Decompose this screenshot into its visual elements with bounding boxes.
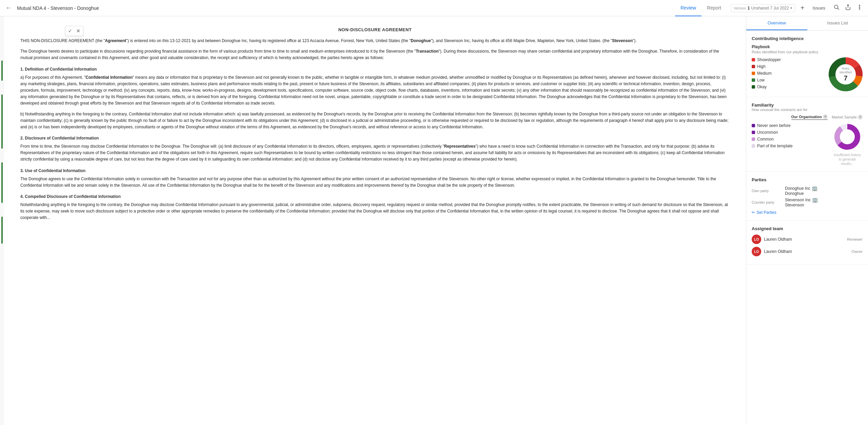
team-member-1-role: Reviewer	[847, 237, 863, 241]
more-options-button[interactable]	[855, 3, 864, 13]
document-title-heading: NON-DISCLOSURE AGREEMENT	[20, 27, 730, 32]
doc-marker-2	[1, 94, 3, 149]
team-member-2-name: Lauren Oldham	[764, 249, 849, 254]
familiarity-tab-org[interactable]: Our Organisation ?	[791, 114, 828, 120]
panel-tabs: Overview Issues List	[746, 16, 868, 31]
playbook-title: Playbook	[752, 44, 863, 49]
common-dot	[752, 137, 755, 141]
confirm-button[interactable]: ✓	[67, 27, 74, 34]
main-area: ✓ ✕ NON-DISCLOSURE AGREEMENT THIS NON-DI…	[0, 16, 868, 425]
doc-marker-3	[1, 162, 3, 203]
neverseen-dot	[752, 124, 755, 127]
tab-issues-list[interactable]: Issues List	[807, 16, 868, 30]
counter-party-label: Counter party	[752, 200, 782, 204]
section4-heading: 4. Compelled Disclosure of Confidential …	[20, 194, 730, 199]
section1-heading: 1. Definition of Confidential Informatio…	[20, 67, 730, 72]
version-number: 1	[748, 6, 750, 11]
template-dot	[752, 144, 755, 148]
chevron-down-icon: ▾	[790, 6, 792, 10]
team-member-1: LO Lauren Oldham Reviewer	[752, 235, 863, 244]
own-party-label: Own party	[752, 189, 782, 193]
showstopper-label: Showstopper	[757, 57, 781, 62]
low-label: Low	[757, 78, 765, 82]
playbook-chart-area: Showstopper High Medium Low	[752, 57, 863, 91]
playbook-subtitle: Risks identified from our playbook polic…	[752, 50, 863, 54]
familiarity-header: Familiarity How unusual the contracts ar…	[752, 103, 863, 112]
market-info-icon[interactable]: ?	[858, 115, 863, 119]
legend-item-high: High	[752, 64, 825, 69]
tab-report[interactable]: Report	[702, 0, 727, 16]
risks-identified-label: Risks identified	[837, 67, 854, 74]
doc-para-s2: From time to time, the Stevenson may dis…	[20, 143, 730, 163]
set-parties-button[interactable]: ✏ Set Parties	[752, 210, 776, 215]
close-button[interactable]: ✕	[75, 27, 82, 34]
version-status: Unshared	[751, 6, 769, 11]
familiarity-tabs: Our Organisation ? Market Sample ?	[752, 114, 863, 120]
doc-para-intro: THIS NON-DISCLOSURE AGREEMENT (the "Agre…	[20, 38, 730, 44]
insufficient-label: Insufficient history to generate results…	[832, 153, 863, 166]
contributing-intelligence-section: Contributing intelligence Playbook Risks…	[746, 31, 868, 97]
tab-review[interactable]: Review	[675, 0, 702, 16]
neverseen-label: Never seen before	[757, 123, 791, 128]
doc-para-s1a: a) For purposes of this Agreement, "Conf…	[20, 74, 730, 107]
team-title: Assigned team	[752, 226, 863, 231]
doc-para-s3: The Donoghue agrees to use the Confident…	[20, 176, 730, 189]
header: ← Mutual NDA 4 - Stevenson - Donoghue Re…	[0, 0, 868, 16]
parties-section: Parties Own party Donoghue Inc 🏢 Donoghu…	[746, 172, 868, 221]
version-label: Version	[734, 6, 746, 10]
legend-item-medium: Medium	[752, 71, 825, 76]
document-area[interactable]: ✓ ✕ NON-DISCLOSURE AGREEMENT THIS NON-DI…	[4, 16, 746, 425]
high-dot	[752, 65, 755, 68]
issues-label: Issues	[810, 4, 828, 12]
pencil-icon: ✏	[752, 210, 755, 215]
doc-para-s1b: b) Notwithstanding anything in the foreg…	[20, 111, 730, 131]
share-button[interactable]	[844, 3, 852, 13]
familiarity-tab-org-label: Our Organisation	[791, 115, 822, 119]
set-parties-label: Set Parties	[756, 210, 776, 215]
counter-party-value: Stevenson Inc 🏢 Stevenson	[785, 197, 863, 207]
add-version-button[interactable]: +	[799, 3, 806, 13]
version-selector[interactable]: Version 1 Unshared 7 Jul 2022 ▾	[731, 4, 795, 12]
own-party-company: Donoghue Inc 🏢	[785, 186, 863, 191]
familiarity-section: Familiarity How unusual the contracts ar…	[746, 97, 868, 172]
ci-title: Contributing intelligence	[752, 36, 863, 41]
main-tabs: Review Report	[675, 0, 727, 16]
team-members: LO Lauren Oldham Reviewer LO Lauren Oldh…	[752, 235, 863, 256]
low-dot	[752, 78, 755, 82]
team-member-1-name: Lauren Oldham	[764, 237, 844, 242]
section2-heading: 2. Disclosure of Confidential Informatio…	[20, 136, 730, 141]
tab-overview[interactable]: Overview	[746, 16, 807, 30]
fam-legend-template: Part of the template	[752, 144, 829, 148]
counter-party-person: Stevenson	[785, 203, 863, 207]
parties-grid-inner: Own party Donoghue Inc 🏢 Donoghue Counte…	[752, 186, 863, 207]
medium-dot	[752, 72, 755, 75]
svg-point-5	[859, 8, 860, 9]
search-button[interactable]	[832, 3, 841, 13]
own-party-value: Donoghue Inc 🏢 Donoghue	[785, 186, 863, 196]
uncommon-dot	[752, 131, 755, 134]
familiarity-content: Never seen before Uncommon Common Part o…	[752, 123, 863, 166]
own-party-company-icon: 🏢	[812, 186, 817, 191]
parties-grid: Own party Donoghue Inc 🏢 Donoghue Counte…	[752, 186, 863, 207]
right-panel: Overview Issues List Contributing intell…	[746, 16, 868, 425]
fam-legend-common: Common	[752, 137, 829, 142]
parties-title: Parties	[752, 177, 863, 182]
template-label: Part of the template	[757, 144, 793, 148]
svg-point-3	[859, 5, 860, 6]
org-info-icon[interactable]: ?	[823, 114, 828, 119]
doc-sidebar	[0, 16, 4, 425]
back-button[interactable]: ←	[4, 3, 13, 13]
risks-count: 7	[837, 74, 854, 82]
avatar-2-initials: LO	[754, 250, 759, 254]
avatar-2: LO	[752, 247, 761, 256]
doc-para-purpose: The Donoghue hereto desires to participa…	[20, 48, 730, 61]
familiarity-legend: Never seen before Uncommon Common Part o…	[752, 123, 829, 150]
okay-dot	[752, 85, 755, 89]
doc-para-s4: Notwithstanding anything in the foregoin…	[20, 202, 730, 221]
legend-item-showstopper: Showstopper	[752, 57, 825, 62]
high-label: High	[757, 64, 766, 69]
donut-chart: Risks identified 7	[829, 57, 863, 91]
playbook-legend: Showstopper High Medium Low	[752, 57, 825, 91]
own-party-person: Donoghue	[785, 191, 863, 196]
familiarity-tab-market[interactable]: Market Sample ?	[832, 114, 863, 120]
